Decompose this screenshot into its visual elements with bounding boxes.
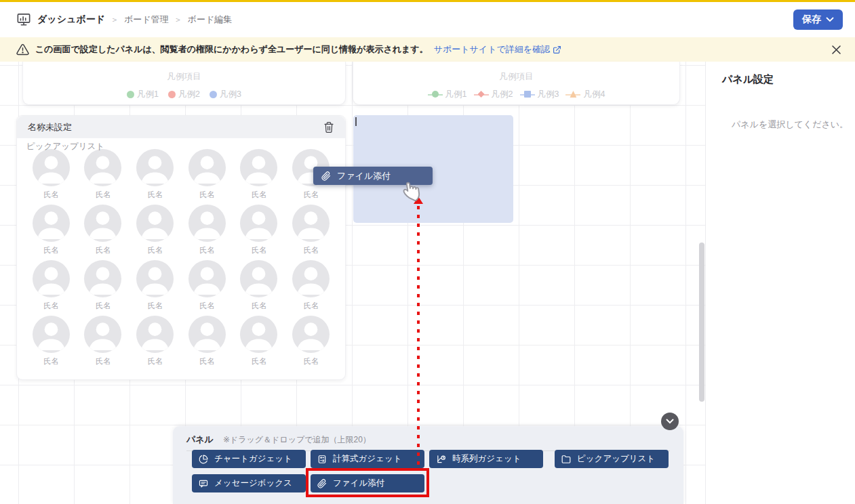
chevron-down-icon xyxy=(666,419,674,424)
pickup-member: 氏名 xyxy=(233,316,285,366)
breadcrumb-board-edit: ボード編集 xyxy=(188,14,233,26)
person-avatar-icon xyxy=(33,260,70,297)
pickup-member: 氏名 xyxy=(285,205,337,255)
timeseries-panel-preview[interactable]: 凡例項目 凡例1 凡例2 凡例3 凡例4 xyxy=(353,62,680,105)
warning-text: この画面で設定したパネルは、閲覧者の権限にかかわらず全ユーザーに同じ情報が表示さ… xyxy=(35,43,429,56)
timeseries-icon xyxy=(436,455,446,464)
breadcrumb-board-management[interactable]: ボード管理 xyxy=(124,14,169,26)
pickup-member: 氏名 xyxy=(285,316,337,366)
collapse-panel-button[interactable] xyxy=(661,413,679,430)
legend-line-square-icon xyxy=(520,91,535,98)
member-name-label: 氏名 xyxy=(148,245,163,255)
pickup-member: 氏名 xyxy=(129,260,181,311)
member-name-label: 氏名 xyxy=(96,190,111,200)
panel-settings-sidebar: パネル設定 パネルを選択してください。 xyxy=(705,62,855,504)
person-avatar-icon xyxy=(84,316,121,353)
legend-item: 凡例1 xyxy=(127,89,159,100)
pickup-member: 氏名 xyxy=(129,316,181,366)
pickup-member: 氏名 xyxy=(25,149,77,200)
support-site-link[interactable]: サポートサイトで詳細を確認 xyxy=(434,43,561,56)
person-avatar-icon xyxy=(240,149,277,186)
pie-chart-icon xyxy=(199,455,208,464)
sidebar-title: パネル設定 xyxy=(722,73,774,86)
save-button[interactable]: 保存 xyxy=(793,9,843,30)
pickup-panel-header: 名称未設定 xyxy=(17,116,345,138)
person-avatar-icon xyxy=(188,316,226,353)
legend-line-circle-icon xyxy=(428,91,443,98)
legend-item: 凡例3 xyxy=(520,89,559,100)
breadcrumb-separator: ＞ xyxy=(111,14,119,26)
person-avatar-icon xyxy=(136,149,174,186)
pickup-member: 氏名 xyxy=(25,205,77,255)
person-avatar-icon xyxy=(33,316,70,353)
person-avatar-icon xyxy=(188,205,226,242)
pickup-member: 氏名 xyxy=(181,149,233,200)
message-icon xyxy=(199,479,208,488)
pickup-member: 氏名 xyxy=(181,316,233,366)
breadcrumb: ダッシュボード ＞ ボード管理 ＞ ボード編集 xyxy=(37,14,232,26)
legend-item: 凡例4 xyxy=(565,89,605,100)
legend-item: 凡例2 xyxy=(474,89,513,100)
board-edit-page: ダッシュボード ＞ ボード管理 ＞ ボード編集 保存 この画面で設定したパネルは… xyxy=(0,0,855,504)
legend-dot-icon xyxy=(127,91,134,98)
member-name-label: 氏名 xyxy=(43,356,58,366)
person-avatar-icon xyxy=(292,260,330,297)
paperclip-icon xyxy=(317,479,327,488)
gadget-panel-note: ※ドラッグ＆ドロップで追加（上限20） xyxy=(223,434,371,446)
chevron-down-icon xyxy=(826,17,834,22)
member-name-label: 氏名 xyxy=(304,356,319,366)
message-box-gadget-button[interactable]: メッセージボックス xyxy=(192,474,306,492)
legend-dot-icon xyxy=(168,91,176,98)
member-name-label: 氏名 xyxy=(96,301,111,311)
chart-gadget-button[interactable]: チャートガジェット xyxy=(192,450,306,468)
person-avatar-icon xyxy=(188,260,226,297)
close-icon[interactable] xyxy=(830,43,843,56)
external-link-icon xyxy=(553,45,561,54)
file-attachment-gadget-button[interactable]: ファイル添付 xyxy=(311,474,424,492)
gadget-panel-title: パネル xyxy=(186,434,214,446)
pickup-member: 氏名 xyxy=(129,205,181,255)
pickup-grid: 氏名氏名氏名氏名氏名氏名氏名氏名氏名氏名氏名氏名氏名氏名氏名氏名氏名氏名氏名氏名… xyxy=(25,149,337,366)
person-avatar-icon xyxy=(240,205,277,242)
pickup-member: 氏名 xyxy=(77,260,130,311)
member-name-label: 氏名 xyxy=(199,190,214,200)
member-name-label: 氏名 xyxy=(252,301,266,311)
pickup-list-panel[interactable]: 名称未設定 ピックアップリスト 氏名氏名氏名氏名氏名氏名氏名氏名氏名氏名氏名氏名… xyxy=(16,115,346,380)
pickup-list-gadget-button[interactable]: ピックアップリスト xyxy=(555,450,669,468)
person-avatar-icon xyxy=(84,205,121,242)
gadget-palette-panel: パネル ※ドラッグ＆ドロップで追加（上限20） チャートガジェット 計算式ガジェ… xyxy=(173,426,683,504)
member-name-label: 氏名 xyxy=(252,356,266,366)
sidebar-empty-message: パネルを選択してください。 xyxy=(732,119,848,131)
pickup-member: 氏名 xyxy=(77,316,130,366)
person-avatar-icon xyxy=(292,205,330,242)
warning-icon xyxy=(16,43,29,56)
dragged-chip-label: ファイル添付 xyxy=(337,170,391,182)
pickup-member: 氏名 xyxy=(181,260,233,311)
chart-panel-preview[interactable]: 凡例項目 凡例1 凡例2 凡例3 xyxy=(22,62,346,105)
person-avatar-icon xyxy=(136,260,174,297)
member-name-label: 氏名 xyxy=(43,245,58,255)
member-name-label: 氏名 xyxy=(148,356,163,366)
legend-line-triangle-icon xyxy=(565,91,580,98)
grab-cursor-icon xyxy=(397,171,426,204)
member-name-label: 氏名 xyxy=(43,190,58,200)
formula-gadget-button[interactable]: 計算式ガジェット xyxy=(311,450,424,468)
legend-line-diamond-icon xyxy=(474,91,489,98)
text-caret xyxy=(355,117,357,126)
pickup-panel-body: ピックアップリスト 氏名氏名氏名氏名氏名氏名氏名氏名氏名氏名氏名氏名氏名氏名氏名… xyxy=(17,138,345,366)
pickup-member: 氏名 xyxy=(233,149,285,200)
person-avatar-icon xyxy=(33,149,70,186)
trash-icon[interactable] xyxy=(323,121,334,133)
save-button-label: 保存 xyxy=(802,14,821,26)
vertical-scrollbar[interactable] xyxy=(699,243,704,402)
breadcrumb-dashboard[interactable]: ダッシュボード xyxy=(37,14,105,26)
pickup-member: 氏名 xyxy=(77,205,130,255)
member-name-label: 氏名 xyxy=(43,301,58,311)
pickup-member: 氏名 xyxy=(25,260,77,311)
member-name-label: 氏名 xyxy=(148,190,163,200)
member-name-label: 氏名 xyxy=(304,190,319,200)
pickup-widget-label: ピックアップリスト xyxy=(26,141,104,152)
timeseries-gadget-button[interactable]: 時系列ガジェット xyxy=(429,450,543,468)
gadget-panel-header: パネル ※ドラッグ＆ドロップで追加（上限20） xyxy=(173,426,683,446)
member-name-label: 氏名 xyxy=(199,356,214,366)
